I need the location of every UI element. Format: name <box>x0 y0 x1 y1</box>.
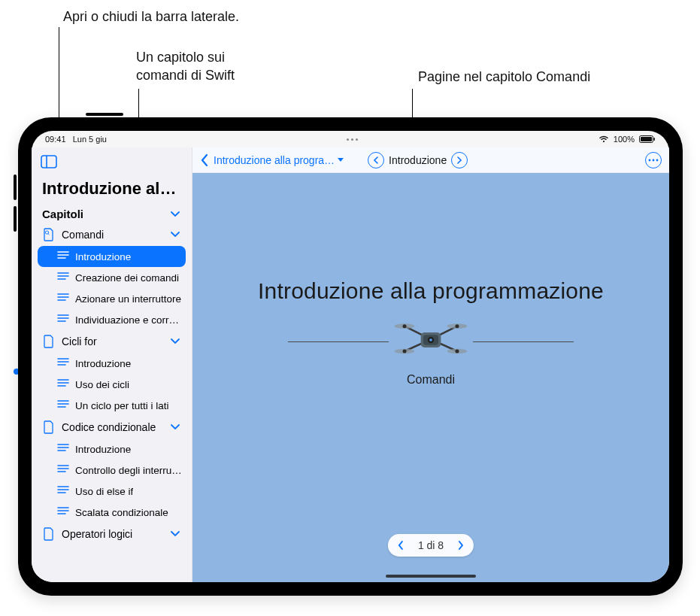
sidebar-toggle-button[interactable] <box>36 149 62 174</box>
nav-prev-circle[interactable] <box>368 152 384 168</box>
svg-point-16 <box>403 324 407 328</box>
page-label: Creazione dei comandi <box>75 272 179 284</box>
content-navbar: Introduzione alla progra… Introduzione <box>192 147 669 173</box>
doc-icon <box>42 228 56 241</box>
hero: Introduzione alla programmazione <box>192 173 669 582</box>
breadcrumb-label: Introduzione alla progra… <box>214 154 335 166</box>
sidebar-chapter-comandi[interactable]: Comandi <box>32 223 192 246</box>
svg-point-5 <box>649 159 651 161</box>
sidebar-title: Introduzione al… <box>32 179 192 203</box>
doc-icon <box>42 527 56 541</box>
sidebar: Introduzione al… Capitoli Comandi <box>32 147 192 582</box>
nav-next-circle[interactable] <box>451 152 468 168</box>
svg-point-6 <box>653 159 655 161</box>
page-label: Un ciclo per tutti i lati <box>75 400 169 411</box>
svg-rect-2 <box>653 138 655 141</box>
ipad-screen: 09:41 Lun 5 giu 100% <box>32 131 669 582</box>
sidebar-page[interactable]: Scalata condizionale <box>32 502 192 523</box>
back-chevron-icon <box>200 153 209 167</box>
callout-pages: Pagine nel capitolo Comandi <box>418 68 590 86</box>
page-lines-icon <box>57 464 69 476</box>
callout-chapter: Un capitolo suicomandi di Swift <box>136 48 235 85</box>
page-lines-icon <box>57 357 69 369</box>
status-right: 100% <box>598 135 656 144</box>
chevron-left-icon <box>373 156 379 164</box>
svg-point-23 <box>429 338 432 341</box>
svg-point-7 <box>656 159 659 161</box>
callout-chapter-line: comandi di Swift <box>136 66 235 84</box>
svg-point-18 <box>403 349 407 353</box>
page-label: Introduzione <box>75 251 131 262</box>
sidebar-page[interactable]: Un ciclo per tutti i lati <box>32 395 192 416</box>
chevron-right-icon <box>456 156 462 164</box>
hero-divider <box>288 322 574 361</box>
page-label: Uso di else if <box>75 486 133 497</box>
chevron-down-icon <box>169 528 181 540</box>
page-label: Controllo degli interruttori <box>75 465 184 476</box>
chevron-down-icon <box>169 208 181 220</box>
sidebar-chapter-operatori-logici[interactable]: Operatori logici <box>32 523 192 545</box>
app-root: Introduzione al… Capitoli Comandi <box>32 147 669 582</box>
chevron-down-icon <box>169 335 181 347</box>
sidebar-chapter-cicli-for[interactable]: Cicli for <box>32 330 192 353</box>
page-lines-icon <box>57 272 69 284</box>
content-area: Introduzione alla progra… Introduzione <box>192 147 669 582</box>
ipad-power-button <box>86 113 123 116</box>
page-label: Individuazione e correzi… <box>75 314 184 326</box>
ipad-volume-down <box>14 206 17 232</box>
page-lines-icon <box>57 314 69 326</box>
page-lines-icon <box>57 506 69 518</box>
sidebar-page[interactable]: Uso dei cicli <box>32 374 192 395</box>
sidebar-chapter-codice-condizionale[interactable]: Codice condizionale <box>32 416 192 438</box>
sidebar-icon <box>41 155 57 168</box>
sidebar-section-chapters[interactable]: Capitoli <box>32 203 192 223</box>
doc-icon <box>42 420 56 434</box>
chapter-label: Cicli for <box>62 335 97 347</box>
sidebar-section-label: Capitoli <box>42 208 83 220</box>
sidebar-page[interactable]: Uso di else if <box>32 481 192 502</box>
ipad-frame: 09:41 Lun 5 giu 100% <box>18 117 683 596</box>
status-bar: 09:41 Lun 5 giu 100% <box>32 131 669 147</box>
doc-icon <box>42 335 56 348</box>
pager-prev[interactable] <box>394 540 408 551</box>
sidebar-page-azionare-interruttore[interactable]: Azionare un interruttore <box>32 288 192 309</box>
page-label: Introduzione <box>75 358 131 369</box>
nav-more-button[interactable] <box>645 152 662 168</box>
sidebar-page-introduzione[interactable]: Introduzione <box>38 246 186 267</box>
ipad-volume-up <box>14 174 17 200</box>
nav-back-button[interactable] <box>200 153 209 167</box>
sidebar-page-creazione-comandi[interactable]: Creazione dei comandi <box>32 267 192 288</box>
chapter-label: Operatori logici <box>62 528 132 540</box>
callout-chapter-line: Un capitolo sui <box>136 48 235 66</box>
page-lines-icon <box>57 399 69 411</box>
svg-point-17 <box>455 324 459 328</box>
chevron-left-icon <box>397 540 405 551</box>
callout-sidebar-toggle: Apri o chiudi la barra laterale. <box>63 8 239 26</box>
sidebar-page-individuazione[interactable]: Individuazione e correzi… <box>32 309 192 330</box>
nav-breadcrumb[interactable]: Introduzione alla progra… <box>214 154 344 166</box>
chapter-label: Codice condizionale <box>62 421 156 433</box>
svg-rect-3 <box>41 156 56 168</box>
battery-icon <box>639 135 656 143</box>
page-label: Introduzione <box>75 444 131 455</box>
pager-next[interactable] <box>454 540 468 551</box>
page-label: Uso dei cicli <box>75 379 129 390</box>
status-left: 09:41 Lun 5 giu <box>45 135 107 144</box>
multitask-dots[interactable] <box>347 138 358 141</box>
status-date: Lun 5 giu <box>73 135 107 144</box>
hero-subtitle: Comandi <box>407 373 455 387</box>
pager-label: 1 di 8 <box>418 539 444 551</box>
sidebar-page[interactable]: Controllo degli interruttori <box>32 460 192 481</box>
sidebar-page[interactable]: Introduzione <box>32 353 192 374</box>
page-lines-icon <box>57 293 69 305</box>
page-indicator: 1 di 8 <box>388 534 474 557</box>
battery-percent: 100% <box>614 135 635 144</box>
page-label: Azionare un interruttore <box>75 293 181 305</box>
status-time: 09:41 <box>45 135 66 144</box>
sidebar-page[interactable]: Introduzione <box>32 438 192 460</box>
chevron-down-icon <box>169 421 181 433</box>
chevron-right-icon <box>457 540 465 551</box>
hero-title: Introduzione alla programmazione <box>258 278 604 304</box>
home-indicator[interactable] <box>386 575 476 578</box>
chevron-down-icon <box>169 229 181 241</box>
